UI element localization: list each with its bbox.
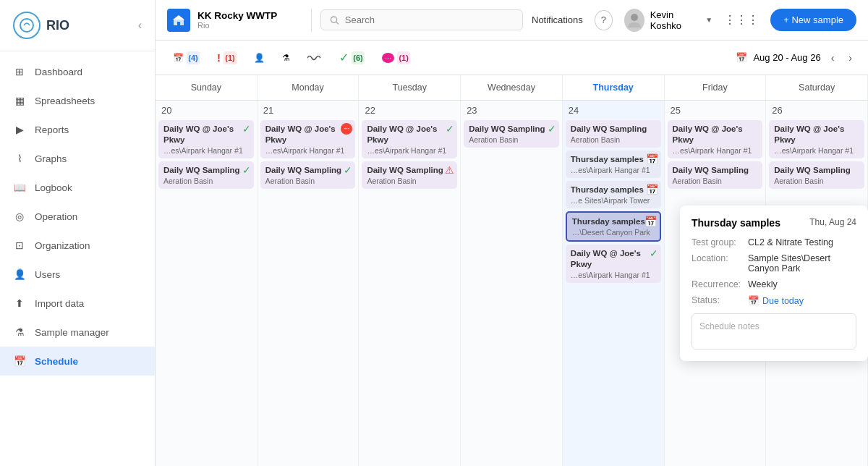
search-box[interactable] — [320, 9, 523, 30]
dots-filter-count: (1) — [397, 51, 410, 64]
popup-location-row: Location: Sample Sites\Desert Canyon Par… — [692, 253, 856, 274]
dots-filter-icon: ··· — [382, 53, 394, 63]
sidebar-item-spreadsheets[interactable]: ▦ Spreadsheets — [0, 86, 155, 115]
user-name: Kevin Koshko — [650, 9, 700, 31]
svg-line-5 — [336, 22, 339, 24]
popup-status-value: 📅 Due today — [748, 295, 804, 306]
sidebar-item-import-data[interactable]: ⬆ Import data — [0, 289, 155, 318]
status-check-icon: ✓ — [242, 123, 251, 135]
date-22: 22 — [362, 103, 457, 117]
header-sunday: Sunday — [156, 75, 258, 100]
notifications-button[interactable]: Notifications — [532, 14, 583, 25]
header-tuesday: Tuesday — [359, 75, 461, 100]
event-card[interactable]: Thursday samples …es\Airpark Hangar #1 📅 — [566, 151, 661, 178]
logo-icon — [13, 12, 41, 39]
status-check-icon: ✓ — [344, 164, 352, 176]
header-thursday: Thursday — [563, 75, 665, 100]
status-check-icon: ✓ — [650, 247, 658, 259]
prev-week-button[interactable]: ‹ — [827, 49, 839, 67]
event-card[interactable]: Daily WQ @ Joe's Pkwy …es\Airpark Hangar… — [668, 120, 763, 158]
sidebar-item-sample-manager[interactable]: ⚗ Sample manager — [0, 318, 155, 347]
status-check-icon: ✓ — [548, 123, 556, 135]
topbar: KK Rocky WWTP Rio Notifications ? Kevin … — [156, 0, 868, 41]
popup-title: Thursday samples — [692, 217, 780, 229]
flask-filter-icon: ⚗ — [282, 53, 290, 63]
status-label: Status: — [692, 295, 742, 306]
sidebar-toggle[interactable]: ‹ — [138, 19, 142, 32]
header-monday: Monday — [258, 75, 359, 100]
svg-rect-3 — [177, 22, 180, 25]
event-card[interactable]: Daily WQ Sampling Aeration Basin ✓ — [260, 161, 356, 189]
schedule-icon: 📅 — [13, 355, 26, 368]
sidebar-item-organization[interactable]: ⊡ Organization — [0, 231, 155, 260]
apps-icon[interactable]: ⋮⋮⋮ — [724, 13, 759, 27]
wave-filter-icon — [307, 53, 322, 63]
event-card-selected[interactable]: Thursday samples …\Desert Canyon Park 📅 — [566, 211, 661, 242]
next-week-button[interactable]: › — [844, 49, 856, 67]
filter-exclamation[interactable]: ! (1) — [211, 48, 242, 67]
calendar-filter-icon: 📅 — [173, 53, 184, 63]
logbook-icon: 📖 — [13, 181, 26, 194]
event-detail-popup: Thursday samples Thu, Aug 24 Test group:… — [680, 206, 868, 361]
event-card[interactable]: Daily WQ Sampling Aeration Basin ✓ — [158, 161, 254, 189]
filter-flask[interactable]: ⚗ — [276, 50, 296, 66]
sidebar-item-dashboard[interactable]: ⊞ Dashboard — [0, 57, 155, 86]
filter-wave[interactable] — [302, 50, 328, 66]
person-filter-icon: 👤 — [254, 53, 265, 63]
popup-header: Thursday samples Thu, Aug 24 — [692, 217, 856, 229]
sidebar-item-schedule[interactable]: 📅 Schedule — [0, 347, 155, 376]
user-info[interactable]: Kevin Koshko ▼ — [624, 9, 712, 32]
sidebar-item-reports[interactable]: ▶ Reports — [0, 115, 155, 144]
svg-point-0 — [20, 19, 33, 32]
sidebar: RIO ‹ ⊞ Dashboard ▦ Spreadsheets ▶ Repor… — [0, 0, 156, 466]
sidebar-item-logbook[interactable]: 📖 Logbook — [0, 173, 155, 202]
schedule-notes[interactable]: Schedule notes — [692, 313, 856, 350]
event-card[interactable]: Daily WQ @ Joe's Pkwy …es\Airpark Hangar… — [158, 120, 254, 158]
filter-person[interactable]: 👤 — [248, 50, 271, 66]
search-area — [320, 9, 523, 30]
date-range-label: Aug 20 - Aug 26 — [753, 52, 820, 63]
event-card[interactable]: Daily WQ Sampling Aeration Basin — [668, 161, 763, 189]
facility-icon — [167, 9, 190, 32]
main-nav: ⊞ Dashboard ▦ Spreadsheets ▶ Reports ⌇ G… — [0, 51, 155, 466]
user-dropdown-icon[interactable]: ▼ — [705, 16, 712, 24]
exclamation-filter-icon: ! — [217, 51, 221, 64]
date-23: 23 — [464, 103, 559, 117]
sidebar-item-graphs[interactable]: ⌇ Graphs — [0, 144, 155, 173]
filter-calendar[interactable]: 📅 (4) — [167, 48, 205, 67]
event-card[interactable]: Daily WQ @ Joe's Pkwy …es\Airpark Hangar… — [566, 245, 661, 283]
graphs-icon: ⌇ — [13, 152, 26, 165]
help-button[interactable]: ? — [595, 10, 613, 30]
new-sample-button[interactable]: + New sample — [770, 9, 856, 31]
svg-point-6 — [631, 14, 638, 21]
col-sunday: 20 Daily WQ @ Joe's Pkwy …es\Airpark Han… — [156, 101, 258, 466]
event-card[interactable]: Daily WQ @ Joe's Pkwy …es\Airpark Hangar… — [260, 120, 356, 158]
location-label: Location: — [692, 253, 742, 274]
event-card[interactable]: Daily WQ @ Joe's Pkwy …es\Airpark Hangar… — [362, 120, 457, 158]
col-monday: 21 Daily WQ @ Joe's Pkwy …es\Airpark Han… — [258, 101, 359, 466]
header-friday: Friday — [665, 75, 767, 100]
event-card[interactable]: Daily WQ Sampling Aeration Basin — [769, 161, 864, 189]
popup-status-row: Status: 📅 Due today — [692, 295, 856, 306]
search-input[interactable] — [345, 14, 514, 25]
facility-info: KK Rocky WWTP Rio — [167, 9, 312, 32]
popup-test-group-row: Test group: CL2 & Nitrate Testing — [692, 237, 856, 247]
popup-date: Thu, Aug 24 — [809, 217, 856, 227]
avatar — [624, 9, 644, 32]
status-dots-icon: ··· — [341, 123, 352, 135]
status-check-icon: ✓ — [446, 123, 454, 135]
filter-dots[interactable]: ··· (1) — [376, 48, 416, 67]
event-card[interactable]: Daily WQ Sampling Aeration Basin — [566, 120, 661, 148]
date-20: 20 — [158, 103, 254, 117]
date-24: 24 — [566, 103, 661, 117]
sidebar-item-users[interactable]: 👤 Users — [0, 260, 155, 289]
dashboard-icon: ⊞ — [13, 65, 26, 78]
filter-check[interactable]: ✓ (6) — [333, 48, 370, 67]
event-card[interactable]: Thursday samples …e Sites\Airpark Tower … — [566, 181, 661, 208]
event-card[interactable]: Daily WQ Sampling Aeration Basin ✓ — [464, 120, 559, 148]
event-card[interactable]: Daily WQ Sampling Aeration Basin ⚠ — [362, 161, 457, 189]
sidebar-item-operation[interactable]: ◎ Operation — [0, 202, 155, 231]
header-wednesday: Wednesday — [461, 75, 563, 100]
logo-text: RIO — [46, 18, 69, 33]
event-card[interactable]: Daily WQ @ Joe's Pkwy …es\Airpark Hangar… — [769, 120, 864, 158]
